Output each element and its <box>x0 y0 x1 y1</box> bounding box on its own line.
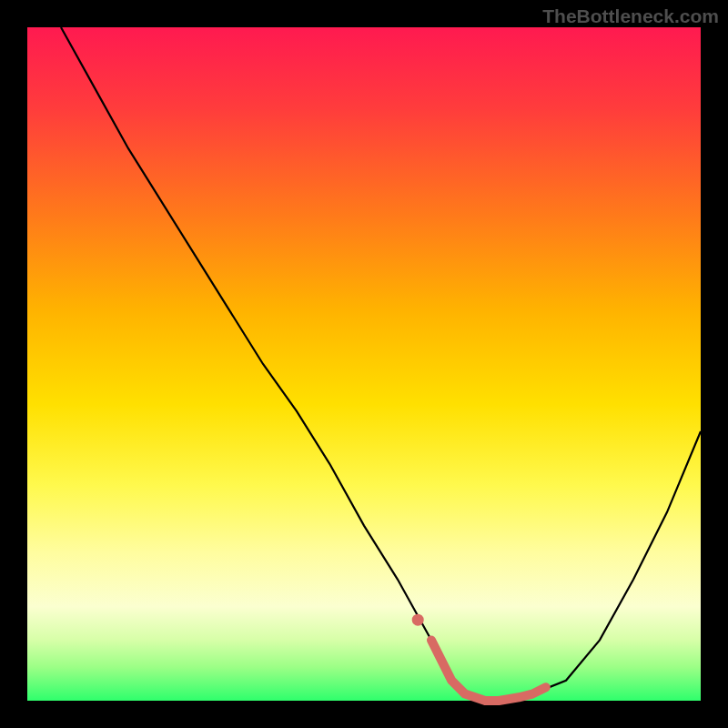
bottleneck-curve <box>61 27 701 701</box>
watermark-label: TheBottleneck.com <box>542 5 719 27</box>
curve-svg <box>27 27 701 701</box>
highlight-segment <box>431 640 546 701</box>
plot-area <box>27 27 701 701</box>
highlight-start-marker <box>412 614 424 626</box>
chart-frame: TheBottleneck.com <box>0 0 728 728</box>
